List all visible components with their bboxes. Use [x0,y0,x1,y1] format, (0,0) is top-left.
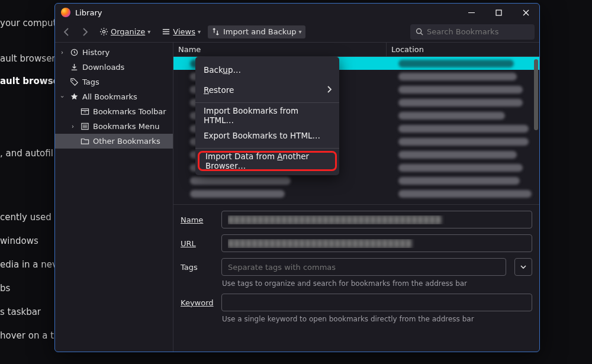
globe-icon [177,124,186,133]
collapse-icon[interactable]: › [59,94,66,101]
menu-item-import-html[interactable]: Import Bookmarks from HTML… [195,105,339,125]
bg-line: your comput [0,18,56,28]
menu-item-export-html[interactable]: Export Bookmarks to HTML… [195,125,339,146]
sidebar-item-label: Bookmarks Menu [93,122,159,131]
sidebar-item-label: History [82,48,110,57]
menu-folder-icon [80,122,89,131]
sidebar-item-tags[interactable]: Tags [55,75,173,89]
sidebar-item-all-bookmarks[interactable]: › All Bookmarks [55,89,173,104]
search-input[interactable] [410,24,535,40]
star-icon [69,92,79,102]
column-headers: Name Location [173,43,539,57]
views-menu-button[interactable]: Views ▾ [157,25,204,38]
menu-item-backup[interactable]: Backup… [195,60,339,80]
tag-icon [69,78,79,87]
detail-keyword-label: Keyword [181,298,213,307]
nav-forward-button[interactable] [78,25,92,39]
column-header-name[interactable]: Name [173,43,387,56]
nav-back-button[interactable] [60,25,74,39]
sidebar-item-other-bookmarks[interactable]: Other Bookmarks [55,134,173,149]
tags-dropdown-button[interactable] [514,258,532,276]
sidebar-item-label: Bookmarks Toolbar [93,107,166,116]
chevron-down-icon: ▾ [198,28,201,35]
tags-hint: Use tags to organize and search for book… [181,279,532,288]
toolbar-folder-icon [80,107,89,117]
close-button[interactable] [512,4,539,21]
menu-separator [195,102,339,103]
bg-line: , and autofil [0,148,53,159]
window-title: Library [75,8,102,17]
chevron-down-icon: ▾ [147,28,150,35]
organize-label: Organize [111,27,145,36]
keyword-hint: Use a single keyword to open bookmarks d… [181,315,532,323]
bg-line: windows [0,236,38,246]
sidebar-item-bookmarks-menu[interactable]: › Bookmarks Menu [55,119,173,134]
menu-item-restore[interactable]: Restore [195,80,339,100]
detail-url-label: URL [181,239,213,248]
download-icon [69,63,79,72]
globe-icon [177,59,186,68]
menu-item-import-browser[interactable]: Import Data from Another Browser… [198,151,337,171]
import-export-icon [211,27,221,37]
globe-icon [177,163,186,172]
sidebar-item-bookmarks-toolbar[interactable]: Bookmarks Toolbar [55,104,173,119]
menu-label: Export Bookmarks to HTML… [204,131,320,140]
views-label: Views [173,27,195,36]
sidebar-item-label: All Bookmarks [82,92,137,101]
organize-menu-button[interactable]: Organize ▾ [95,25,154,38]
globe-icon [177,72,186,81]
sidebar-item-label: Tags [82,78,99,86]
detail-url-input[interactable] [221,234,532,252]
sidebar-item-downloads[interactable]: Downloads [55,60,173,75]
chevron-down-icon: ▾ [298,28,301,35]
expand-icon[interactable]: › [59,49,66,56]
gear-icon [99,27,108,37]
clock-icon [69,48,79,57]
column-header-location[interactable]: Location [387,43,539,56]
library-window: Library Organize ▾ Vi [54,3,540,352]
menu-label: Backup… [204,65,241,75]
bg-line: hover on a t [0,330,54,341]
svg-point-4 [72,80,73,81]
list-view-icon [161,27,170,37]
import-backup-menu-button[interactable]: Import and Backup ▾ [208,25,305,38]
detail-tags-input[interactable] [221,258,506,276]
globe-icon [177,176,186,185]
bookmark-row[interactable] [173,174,539,187]
import-backup-dropdown: Backup… Restore Import Bookmarks from HT… [195,57,339,175]
menu-label: Import Data from Another Browser… [205,152,309,170]
globe-icon [177,111,186,120]
detail-keyword-input[interactable] [221,294,532,311]
maximize-button[interactable] [485,4,512,21]
sidebar-item-label: Other Bookmarks [93,137,160,146]
sidebar-item-history[interactable]: › History [55,45,173,60]
svg-point-1 [102,30,105,33]
globe-icon [177,98,186,107]
toolbar: Organize ▾ Views ▾ Import and Backup ▾ [55,21,539,43]
minimize-button[interactable] [458,4,485,21]
bg-line: cently used o [0,212,60,223]
firefox-logo-icon [61,8,70,17]
detail-name-input[interactable] [221,211,532,228]
folder-icon [80,137,89,146]
search-icon [415,27,424,38]
detail-pane: Name URL Tags Use tags to organize and s… [173,205,539,352]
submenu-arrow-icon [326,85,332,95]
bg-line: bs [0,283,10,294]
svg-point-2 [417,28,422,33]
sidebar: › History Downloads Tags › All Bookmarks… [55,43,173,352]
bookmark-row[interactable] [173,187,539,200]
svg-rect-0 [496,10,501,15]
menu-separator [195,148,339,149]
scrollbar[interactable] [534,59,538,130]
detail-tags-label: Tags [181,263,213,272]
expand-icon[interactable]: › [69,123,76,130]
bg-line: edia in a nev [0,259,57,270]
globe-icon [177,150,186,159]
sidebar-item-label: Downloads [82,63,124,72]
titlebar[interactable]: Library [55,4,539,21]
globe-icon [177,85,186,94]
globe-icon [177,189,186,198]
detail-name-label: Name [181,215,213,224]
bg-line: s taskbar [0,307,41,317]
